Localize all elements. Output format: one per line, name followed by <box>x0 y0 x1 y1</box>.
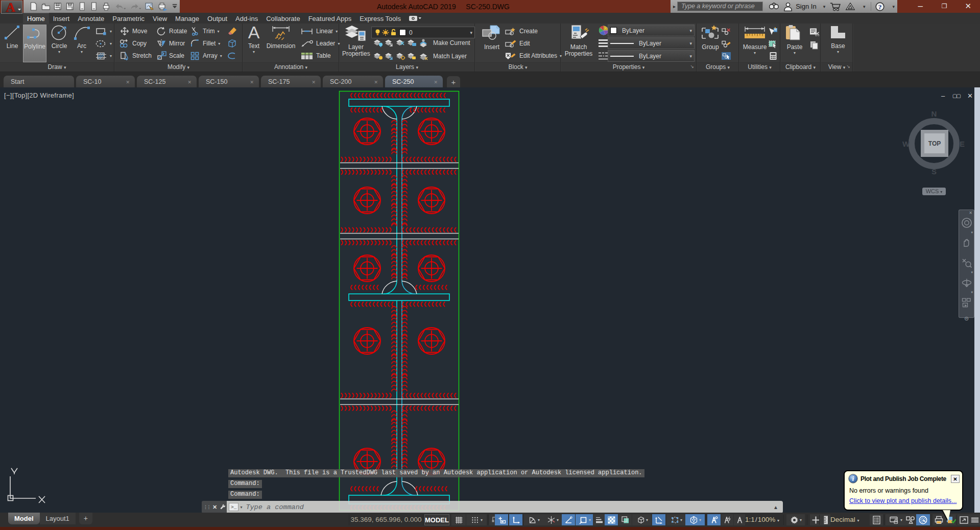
svg-text:E: E <box>960 140 965 148</box>
svg-text:?: ? <box>878 3 882 11</box>
svg-text:N: N <box>931 109 937 118</box>
svg-text:W: W <box>902 140 910 148</box>
svg-text:A: A <box>6 1 16 13</box>
svg-text:A: A <box>248 25 260 41</box>
svg-text:S: S <box>931 167 937 175</box>
svg-text:i: i <box>852 475 854 482</box>
svg-text:TOP: TOP <box>928 140 941 147</box>
